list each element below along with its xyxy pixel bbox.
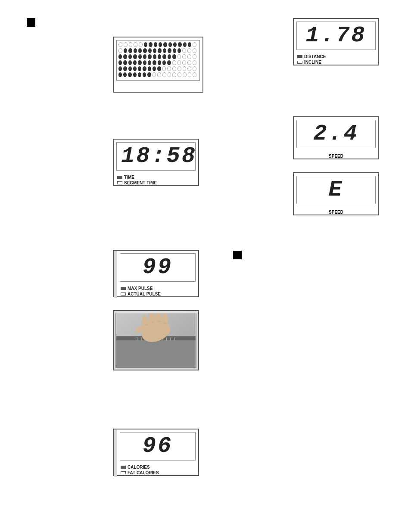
dot-cell bbox=[124, 42, 128, 47]
dot-cell bbox=[193, 60, 196, 65]
dot-cell bbox=[158, 48, 161, 53]
dot-cell bbox=[148, 60, 151, 65]
dot-cell bbox=[168, 42, 172, 47]
dot-cell bbox=[187, 48, 191, 53]
calories-main-area: 96 CALORIES FAT CALORIES bbox=[117, 429, 198, 477]
dot-cell bbox=[134, 42, 137, 47]
dot-cell bbox=[153, 66, 156, 71]
speed2-label-container: SPEED bbox=[294, 207, 378, 216]
dot-cell bbox=[163, 48, 166, 53]
dot-cell bbox=[133, 72, 137, 77]
speed1-label: SPEED bbox=[329, 154, 343, 159]
dot-cell bbox=[168, 72, 171, 77]
dot-cell bbox=[148, 66, 151, 71]
dot-cell bbox=[177, 48, 181, 53]
dot-cell bbox=[143, 66, 146, 71]
distance-label2-row: INCLINE bbox=[297, 60, 375, 65]
dot-cell bbox=[159, 42, 162, 47]
dot-cell bbox=[183, 66, 187, 71]
dot-cell bbox=[143, 72, 146, 77]
dot-cell bbox=[153, 72, 156, 77]
dot-cell bbox=[178, 42, 181, 47]
time-label2: SEGMENT TIME bbox=[124, 180, 157, 185]
calories-label1-row: CALORIES bbox=[121, 465, 195, 470]
speed-display-1: 2.4 SPEED bbox=[293, 116, 379, 159]
calories-label2-row: FAT CALORIES bbox=[121, 470, 195, 475]
dot-cell bbox=[172, 66, 176, 71]
dot-cell bbox=[182, 48, 186, 53]
dot-cell bbox=[118, 48, 122, 53]
dot-row bbox=[118, 48, 198, 53]
pulse-label1-row: MAX PULSE bbox=[121, 286, 195, 291]
dot-cell bbox=[182, 60, 186, 65]
dot-cell bbox=[129, 42, 133, 47]
distance-label2: INCLINE bbox=[304, 60, 321, 65]
dot-cell bbox=[118, 42, 122, 47]
dot-cell bbox=[162, 60, 166, 65]
dot-cell bbox=[153, 48, 156, 53]
dot-cell bbox=[172, 72, 176, 77]
dot-row bbox=[118, 72, 198, 77]
dot-cell bbox=[144, 42, 147, 47]
time-label1-icon bbox=[117, 176, 122, 179]
speed2-lcd-inner: E bbox=[296, 176, 376, 204]
dot-cell bbox=[154, 42, 157, 47]
calories-label1-icon bbox=[121, 466, 126, 469]
dot-cell bbox=[188, 42, 191, 47]
dot-cell bbox=[173, 48, 176, 53]
dot-matrix-inner bbox=[116, 40, 200, 81]
calories-label2-icon bbox=[121, 471, 126, 474]
dot-cell bbox=[143, 54, 146, 59]
dot-cell bbox=[177, 60, 181, 65]
dot-cell bbox=[162, 72, 166, 77]
dot-cell bbox=[162, 54, 166, 59]
svg-point-21 bbox=[157, 320, 161, 322]
dot-cell bbox=[182, 54, 186, 59]
svg-point-22 bbox=[163, 322, 166, 324]
distance-label2-icon bbox=[297, 61, 302, 64]
calories-label2: FAT CALORIES bbox=[128, 470, 159, 475]
speed2-value: E bbox=[301, 179, 371, 201]
dot-cell bbox=[193, 72, 196, 77]
distance-label1: DISTANCE bbox=[304, 54, 326, 59]
dot-row bbox=[118, 42, 198, 47]
pulse-lcd-inner: 99 bbox=[120, 253, 196, 282]
time-label1-row: TIME bbox=[117, 175, 195, 180]
bullet-marker-1 bbox=[27, 18, 35, 27]
dot-cell bbox=[193, 48, 196, 53]
distance-display: 1.78 DISTANCE INCLINE bbox=[293, 18, 379, 65]
dot-cell bbox=[158, 54, 161, 59]
pulse-label1-icon bbox=[121, 287, 126, 290]
dot-cell bbox=[187, 54, 191, 59]
pulse-label2-row: ACTUAL PULSE bbox=[121, 292, 195, 296]
time-labels: TIME SEGMENT TIME bbox=[114, 173, 198, 187]
distance-labels: DISTANCE INCLINE bbox=[294, 53, 378, 66]
time-lcd-inner: 18:58 bbox=[116, 142, 196, 171]
dot-cell bbox=[133, 54, 137, 59]
pulse-display: 99 MAX PULSE ACTUAL PULSE bbox=[113, 250, 199, 297]
dot-cell bbox=[138, 72, 141, 77]
calories-labels: CALORIES FAT CALORIES bbox=[117, 463, 198, 477]
dot-cell bbox=[134, 48, 137, 53]
hand-photo bbox=[113, 310, 199, 370]
dot-cell bbox=[193, 54, 196, 59]
dot-cell bbox=[143, 48, 146, 53]
photo-inner bbox=[115, 313, 196, 368]
dot-cell bbox=[143, 60, 146, 65]
dot-cell bbox=[157, 66, 161, 71]
dot-cell bbox=[128, 66, 132, 71]
dot-cell bbox=[193, 42, 196, 47]
pulse-label1: MAX PULSE bbox=[128, 286, 153, 291]
time-display: 18:58 TIME SEGMENT TIME bbox=[113, 139, 199, 186]
calories-label1: CALORIES bbox=[128, 465, 150, 470]
dot-cell bbox=[177, 54, 181, 59]
dot-cell bbox=[123, 66, 127, 71]
dot-cell bbox=[187, 60, 191, 65]
dot-cell bbox=[153, 60, 156, 65]
dot-cell bbox=[177, 72, 181, 77]
dot-cell bbox=[183, 42, 187, 47]
dot-cell bbox=[128, 60, 132, 65]
distance-label1-icon bbox=[297, 55, 302, 58]
dot-cell bbox=[128, 48, 132, 53]
dot-cell bbox=[133, 66, 137, 71]
